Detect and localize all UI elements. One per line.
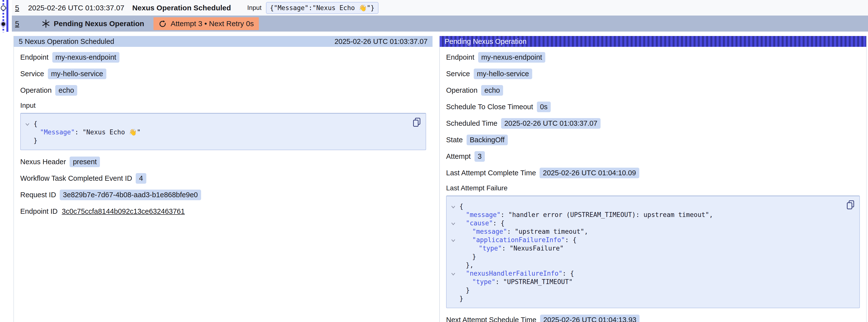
code-line: } — [451, 253, 854, 261]
field-row: Service my-hello-service — [20, 68, 426, 79]
event-title: Pending Nexus Operation — [54, 20, 144, 28]
panel-divider-gap — [433, 36, 439, 322]
code-text: } — [459, 286, 470, 294]
event-id-link[interactable]: 5 — [15, 4, 19, 12]
field-value-badge: BackingOff — [467, 135, 508, 145]
code-line: } — [451, 294, 854, 303]
event-details-area: 5 Nexus Operation Scheduled 2025-02-26 U… — [13, 36, 867, 322]
field-label: Schedule To Close Timeout — [446, 103, 533, 111]
event-id-link[interactable]: 5 — [15, 20, 19, 28]
field-row: Attempt 3 — [446, 151, 860, 162]
field-row: Workflow Task Completed Event ID 4 — [20, 173, 426, 184]
code-text: } — [459, 253, 476, 261]
field-value-badge: 2025-02-26 UTC 01:04:10.09 — [539, 168, 639, 178]
code-text: "message": "handler error (UPSTREAM_TIME… — [459, 211, 713, 219]
field-value-badge: my-hello-service — [474, 68, 532, 79]
field-value-badge: my-nexus-endpoint — [52, 52, 120, 63]
input-preview-chip[interactable]: {"Message":"Nexus Echo 👋"} — [266, 2, 378, 14]
chevron-down-icon[interactable] — [451, 221, 459, 226]
scheduled-event-header-time: 2025-02-26 UTC 01:03:37.07 — [335, 37, 428, 45]
chevron-down-icon[interactable] — [451, 237, 459, 243]
chevron-down-icon[interactable] — [451, 204, 459, 209]
field-value-badge: 4 — [136, 173, 146, 184]
code-text: } — [34, 136, 37, 145]
event-timestamp: 2025-02-26 UTC 01:03:37.07 — [28, 4, 124, 12]
timeline-gutter — [0, 0, 12, 33]
field-value-badge: echo — [55, 85, 77, 96]
field-row: Endpoint my-nexus-endpoint — [20, 52, 426, 63]
field-value-badge: 2025-02-26 UTC 01:04:13.93 — [540, 315, 640, 322]
field-label: Service — [446, 70, 470, 78]
code-line: "message": "upstream timeout", — [451, 227, 854, 236]
field-value-badge: 3e829b7e-7d67-4b08-aad3-b1e868bfe9e0 — [60, 190, 201, 200]
field-label: Next Attempt Schedule Time — [446, 316, 536, 322]
timeline-filled-circle-icon — [0, 21, 6, 27]
field-row: Operation echo — [446, 85, 860, 96]
code-text: "message": "upstream timeout", — [459, 227, 588, 236]
code-line: } — [25, 136, 420, 145]
field-list: Endpoint my-nexus-endpoint Service my-he… — [20, 52, 426, 96]
code-line: "type": "NexusFailure" — [451, 244, 854, 253]
field-row: Nexus Header present — [20, 157, 426, 167]
pending-operation-header: Pending Nexus Operation — [440, 36, 866, 47]
event-title: Nexus Operation Scheduled — [132, 4, 231, 12]
event-row-nexus-operation-scheduled[interactable]: 5 2025-02-26 UTC 01:03:37.07 Nexus Opera… — [12, 0, 868, 15]
json-lines: { "message": "handler error (UPSTREAM_TI… — [451, 202, 854, 303]
scheduled-event-detail-panel: 5 Nexus Operation Scheduled 2025-02-26 U… — [13, 36, 433, 322]
event-row-pending-nexus-operation[interactable]: 5 Pending Nexus Operation Attempt 3 • Ne… — [12, 15, 868, 32]
code-line: } — [451, 286, 854, 294]
field-value-badge: present — [69, 157, 100, 167]
spacer — [0, 32, 868, 36]
chevron-down-icon[interactable] — [451, 271, 459, 276]
field-label: Nexus Header — [20, 158, 66, 166]
field-row: Service my-hello-service — [446, 68, 860, 79]
field-value-badge: my-hello-service — [48, 68, 106, 79]
code-line: { — [25, 120, 420, 128]
field-label: Endpoint ID — [20, 207, 58, 216]
retry-icon — [158, 20, 167, 28]
retry-badge-text: Attempt 3 • Next Retry 0s — [170, 20, 254, 28]
field-value-badge: my-nexus-endpoint — [478, 52, 546, 63]
field-value-badge: echo — [481, 85, 503, 96]
json-lines: { "Message": "Nexus Echo 👋" — [25, 120, 420, 145]
field-label: Scheduled Time — [446, 119, 497, 127]
chevron-down-icon[interactable] — [25, 121, 34, 126]
scheduled-event-header: 5 Nexus Operation Scheduled 2025-02-26 U… — [14, 36, 433, 47]
retry-status-badge: Attempt 3 • Next Retry 0s — [153, 17, 258, 30]
field-row: Endpoint ID 3c0c75ccfa8144b092c13ce63246… — [20, 206, 426, 217]
code-line: "cause": { — [451, 219, 854, 227]
timeline-active-bar — [6, 0, 8, 32]
code-line: "type": "UPSTREAM_TIMEOUT" — [451, 278, 854, 286]
event-history: 5 2025-02-26 UTC 01:03:37.07 Nexus Opera… — [0, 0, 868, 36]
input-group-label: Input — [20, 102, 426, 109]
field-row: Scheduled Time 2025-02-26 UTC 01:03:37.0… — [446, 118, 860, 129]
field-value-badge: 2025-02-26 UTC 01:03:37.07 — [501, 118, 600, 129]
field-row: Operation echo — [20, 85, 426, 96]
field-label: Endpoint — [20, 53, 49, 61]
field-row: Last Attempt Complete Time 2025-02-26 UT… — [446, 168, 860, 178]
field-value-badge: 3 — [474, 151, 485, 162]
code-text: }, — [459, 261, 473, 269]
field-label: Operation — [20, 86, 52, 94]
field-row: Schedule To Close Timeout 0s — [446, 102, 860, 112]
field-label: Request ID — [20, 191, 56, 199]
input-json-block: { "Message": "Nexus Echo 👋" — [20, 113, 426, 150]
code-line: }, — [451, 261, 854, 269]
field-value-badge[interactable]: 3c0c75ccfa8144b092c13ce632463761 — [61, 206, 185, 217]
field-label: Service — [20, 70, 44, 78]
field-list: Next Attempt Schedule Time 2025-02-26 UT… — [446, 315, 860, 322]
code-text: "cause": { — [459, 219, 504, 227]
code-text: "nexusHandlerFailureInfo": { — [459, 269, 574, 278]
copy-button[interactable] — [846, 200, 855, 210]
code-text: "Message": "Nexus Echo 👋" — [34, 128, 141, 136]
field-row: Endpoint my-nexus-endpoint — [446, 52, 860, 63]
field-label: Operation — [446, 86, 477, 94]
code-line: { — [451, 202, 854, 211]
code-text: "type": "UPSTREAM_TIMEOUT" — [459, 278, 573, 286]
pending-asterisk-icon — [41, 19, 50, 28]
code-line: "Message": "Nexus Echo 👋" — [25, 128, 420, 136]
code-line: "message": "handler error (UPSTREAM_TIME… — [451, 211, 854, 219]
code-text: "applicationFailureInfo": { — [459, 236, 577, 244]
scheduled-event-header-title: 5 Nexus Operation Scheduled — [19, 37, 114, 45]
copy-button[interactable] — [413, 118, 421, 128]
